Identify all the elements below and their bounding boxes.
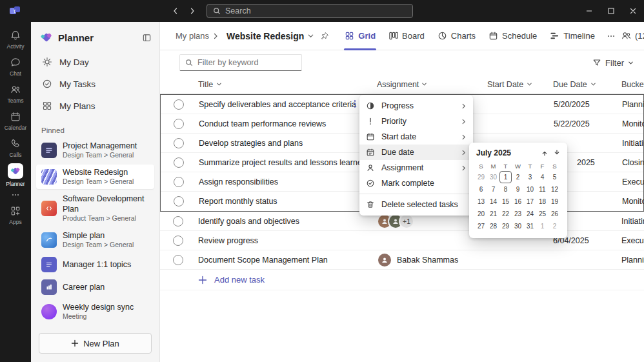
- breadcrumb-my-plans[interactable]: My plans: [176, 31, 209, 41]
- calendar-day[interactable]: 23: [512, 208, 524, 220]
- close-button[interactable]: [622, 0, 644, 22]
- calendar-day[interactable]: 12: [548, 183, 561, 196]
- rail-item-calendar[interactable]: Calendar: [0, 107, 31, 134]
- calendar-day[interactable]: 30: [512, 220, 524, 232]
- calendar-day[interactable]: 9: [512, 183, 524, 196]
- calendar-day[interactable]: 19: [548, 196, 561, 208]
- menu-item-delete-selected-tasks[interactable]: Delete selected tasks: [359, 197, 473, 212]
- calendar-day[interactable]: 17: [524, 196, 536, 208]
- maximize-button[interactable]: [600, 0, 622, 22]
- calendar-day[interactable]: 6: [475, 183, 487, 196]
- calendar-day[interactable]: 16: [512, 196, 524, 208]
- table-row[interactable]: Review progress 6/04/2025 Executing: [160, 231, 644, 250]
- table-row[interactable]: Document Scope Management Plan Babak Sha…: [160, 250, 644, 270]
- pinned-plan-website-redesign[interactable]: Website Redesign Design Team > General: [36, 165, 154, 189]
- column-header-assignment[interactable]: Assignment: [377, 80, 487, 89]
- rail-item-planner[interactable]: Planner: [0, 161, 31, 188]
- calendar-day[interactable]: 26: [548, 208, 561, 220]
- task-complete-checkbox[interactable]: [174, 177, 184, 187]
- pinned-plan-project-management[interactable]: Project Management Design Team > General: [36, 138, 154, 163]
- task-complete-checkbox[interactable]: [174, 138, 184, 148]
- global-search[interactable]: [206, 4, 413, 18]
- task-complete-checkbox[interactable]: [174, 99, 184, 110]
- pinned-plan-career-plan[interactable]: Career plan: [36, 277, 154, 297]
- menu-item-due-date[interactable]: Due date: [359, 145, 473, 160]
- pinned-plan-manager-topics[interactable]: Manager 1:1 topics: [36, 254, 154, 275]
- calendar-day[interactable]: 31: [524, 220, 536, 232]
- rail-item-calls[interactable]: Calls: [0, 134, 31, 161]
- calendar-prev-month-button[interactable]: [541, 150, 548, 156]
- calendar-day[interactable]: 2: [548, 220, 561, 232]
- chevron-down-icon[interactable]: [307, 32, 314, 39]
- calendar-day[interactable]: 13: [475, 196, 487, 208]
- sidebar-item-my-day[interactable]: My Day: [36, 52, 154, 72]
- tab-charts[interactable]: Charts: [431, 22, 482, 50]
- new-plan-button[interactable]: New Plan: [39, 333, 152, 354]
- minimize-button[interactable]: [578, 0, 600, 22]
- members-button[interactable]: (12): [621, 30, 644, 41]
- calendar-day[interactable]: 11: [536, 183, 548, 196]
- add-new-task-button[interactable]: Add new task: [160, 270, 644, 290]
- menu-item-assignment[interactable]: Assignment: [359, 160, 473, 176]
- task-complete-checkbox[interactable]: [173, 216, 183, 226]
- calendar-day[interactable]: 7: [487, 183, 499, 196]
- calendar-day[interactable]: 5: [548, 171, 561, 183]
- sidebar-item-my-plans[interactable]: My Plans: [36, 96, 154, 116]
- task-complete-checkbox[interactable]: [174, 196, 184, 206]
- menu-item-start-date[interactable]: Start date: [359, 129, 473, 145]
- calendar-day[interactable]: 22: [499, 208, 512, 220]
- calendar-day[interactable]: 15: [499, 196, 512, 208]
- calendar-day[interactable]: 4: [536, 171, 548, 183]
- calendar-day[interactable]: 24: [524, 208, 536, 220]
- task-complete-checkbox[interactable]: [173, 236, 183, 246]
- calendar-day[interactable]: 3: [524, 171, 536, 183]
- assignee-avatar[interactable]: [377, 252, 392, 268]
- calendar-day[interactable]: 29: [499, 220, 512, 232]
- calendar-day[interactable]: 21: [487, 208, 499, 220]
- forward-button[interactable]: [188, 7, 196, 15]
- back-button[interactable]: [172, 7, 179, 15]
- calendar-day[interactable]: 8: [499, 183, 512, 196]
- filter-by-keyword-field[interactable]: [179, 54, 302, 71]
- row-more-button[interactable]: [350, 99, 359, 109]
- pinned-plan-simple-plan[interactable]: Simple plan Design Team > General: [36, 228, 154, 252]
- pin-icon[interactable]: [320, 32, 329, 41]
- menu-item-priority[interactable]: Priority: [359, 114, 473, 129]
- rail-more-button[interactable]: [11, 188, 20, 201]
- task-complete-checkbox[interactable]: [174, 119, 184, 129]
- calendar-day[interactable]: 27: [475, 220, 487, 232]
- calendar-day[interactable]: 18: [536, 196, 548, 208]
- column-header-due-date[interactable]: Due Date: [553, 80, 621, 89]
- pinned-plan-software-development[interactable]: Software Development Plan Product Team >…: [36, 191, 154, 226]
- calendar-month-label[interactable]: July 2025: [476, 148, 511, 157]
- tabs-overflow-button[interactable]: [601, 22, 621, 50]
- filter-button[interactable]: Filter: [592, 58, 634, 68]
- column-header-bucket[interactable]: Bucket: [621, 80, 644, 89]
- task-complete-checkbox[interactable]: [174, 157, 184, 168]
- open-in-window-icon[interactable]: [142, 33, 152, 43]
- sidebar-item-my-tasks[interactable]: My Tasks: [36, 74, 154, 94]
- calendar-day-selected[interactable]: 1: [499, 171, 512, 183]
- column-header-start-date[interactable]: Start Date: [487, 80, 553, 89]
- menu-item-mark-complete[interactable]: Mark complete: [359, 176, 473, 191]
- search-input[interactable]: [225, 6, 407, 15]
- rail-item-chat[interactable]: Chat: [0, 53, 31, 80]
- calendar-day[interactable]: 1: [536, 220, 548, 232]
- calendar-day[interactable]: 30: [487, 171, 499, 183]
- rail-item-teams[interactable]: Teams: [0, 80, 31, 107]
- calendar-day[interactable]: 29: [475, 171, 487, 183]
- column-header-title[interactable]: Title: [196, 80, 377, 89]
- calendar-next-month-button[interactable]: [554, 150, 560, 156]
- rail-item-activity[interactable]: Activity: [0, 26, 31, 53]
- pinned-plan-weekly-design-sync[interactable]: Weekly design sync Meeting: [36, 299, 154, 324]
- task-complete-checkbox[interactable]: [173, 255, 183, 265]
- tab-timeline[interactable]: Timeline: [543, 22, 601, 50]
- tab-grid[interactable]: Grid: [338, 22, 382, 50]
- rail-item-apps[interactable]: Apps: [0, 201, 31, 228]
- calendar-day[interactable]: 2: [512, 171, 524, 183]
- calendar-day[interactable]: 10: [524, 183, 536, 196]
- menu-item-progress[interactable]: Progress: [359, 98, 473, 114]
- tab-schedule[interactable]: Schedule: [482, 22, 543, 50]
- calendar-day[interactable]: 28: [487, 220, 499, 232]
- filter-keyword-input[interactable]: [197, 58, 296, 67]
